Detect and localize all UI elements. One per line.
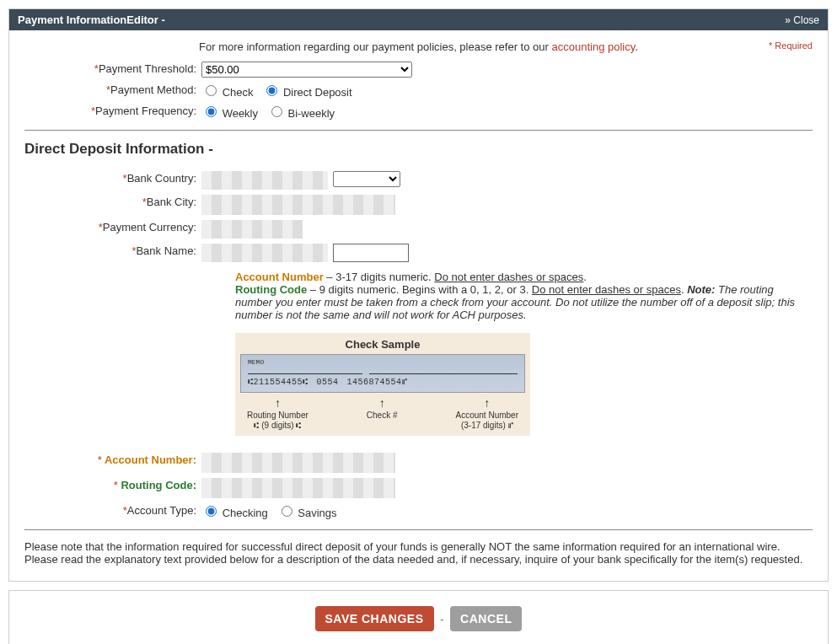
intro-text-after: . (635, 40, 638, 53)
separator-2 (24, 529, 813, 530)
routing-code-hint: Routing Code – 9 digits numeric. Begins … (235, 283, 796, 321)
editor-panel: Payment InformationEditor - Close For mo… (8, 8, 829, 582)
account-type-checking-option[interactable]: Checking (201, 507, 268, 519)
accounting-policy-link[interactable]: accounting policy (551, 40, 635, 53)
check-sample-body: MEMO ⑆211554455⑆ 0554 1456874554⑈ (240, 354, 525, 393)
button-panel: SAVE CHANGES - CANCEL (8, 590, 829, 644)
account-number-redacted (201, 453, 395, 473)
button-separator: - (440, 613, 443, 625)
row-payment-threshold: *Payment Threshold: $50.00 (24, 60, 813, 78)
account-type-savings-radio[interactable] (282, 506, 292, 517)
row-account-type: *Account Type: Checking Savings (24, 502, 813, 519)
frequency-weekly-option[interactable]: Weekly (201, 107, 258, 120)
check-sample: Check Sample MEMO ⑆211554455⑆ 0554 14568… (235, 333, 813, 436)
label-payment-method: *Payment Method: (24, 81, 201, 96)
close-button[interactable]: Close (785, 14, 819, 26)
label-payment-currency: *Payment Currency: (24, 218, 201, 233)
check-sample-title: Check Sample (240, 338, 525, 351)
bank-name-input[interactable] (333, 244, 409, 262)
separator (24, 130, 813, 131)
method-direct-deposit-option[interactable]: Direct Deposit (262, 86, 351, 99)
label-account-type: *Account Type: (24, 502, 201, 517)
save-button[interactable]: SAVE CHANGES (315, 606, 434, 631)
panel-title: Payment InformationEditor - (18, 13, 165, 26)
required-note: * Required (769, 40, 813, 51)
check-sample-labels: ↑Routing Number⑆ (9 digits) ⑆ ↑Check # ↑… (240, 396, 525, 431)
frequency-biweekly-radio[interactable] (271, 106, 282, 117)
row-routing-code: * Routing Code: (24, 476, 813, 498)
bank-country-redacted (201, 171, 328, 190)
account-type-checking-radio[interactable] (206, 506, 217, 517)
payment-threshold-select[interactable]: $50.00 (201, 62, 412, 78)
panel-body: For more information regarding our payme… (9, 30, 828, 581)
account-number-hint: Account Number – 3-17 digits numeric. Do… (235, 271, 796, 283)
row-payment-method: *Payment Method: Check Direct Deposit (24, 81, 813, 99)
bank-city-redacted (201, 195, 395, 215)
direct-deposit-section-title: Direct Deposit Information - (24, 141, 813, 158)
footer-note: Please note that the information require… (24, 540, 813, 566)
label-payment-threshold: *Payment Threshold: (24, 60, 201, 75)
row-bank-country: *Bank Country: (24, 169, 813, 190)
frequency-biweekly-option[interactable]: Bi-weekly (267, 107, 335, 120)
frequency-weekly-radio[interactable] (206, 106, 217, 117)
row-bank-city: *Bank City: (24, 193, 813, 215)
bank-country-select[interactable] (333, 171, 400, 187)
hints-block: Account Number – 3-17 digits numeric. Do… (235, 271, 796, 321)
routing-code-redacted (201, 478, 395, 498)
intro-row: For more information regarding our payme… (24, 40, 813, 53)
label-payment-frequency: *Payment Frequency: (24, 102, 201, 117)
row-bank-name: *Bank Name: (24, 242, 813, 262)
panel-header: Payment InformationEditor - Close (9, 9, 828, 30)
row-payment-frequency: *Payment Frequency: Weekly Bi-weekly (24, 102, 813, 120)
label-bank-name: *Bank Name: (24, 242, 201, 257)
row-payment-currency: *Payment Currency: (24, 218, 813, 239)
payment-currency-redacted (201, 220, 303, 239)
method-direct-deposit-radio[interactable] (266, 85, 277, 96)
method-check-option[interactable]: Check (201, 86, 253, 99)
account-type-savings-option[interactable]: Savings (277, 507, 337, 519)
label-routing-code: * Routing Code: (24, 476, 201, 491)
intro-text-before: For more information regarding our payme… (199, 40, 551, 53)
row-account-number: * Account Number: (24, 451, 813, 473)
bank-name-redacted (201, 244, 328, 262)
label-account-number: * Account Number: (24, 451, 201, 466)
label-bank-city: *Bank City: (24, 193, 201, 208)
method-check-radio[interactable] (206, 85, 217, 96)
label-bank-country: *Bank Country: (24, 169, 201, 185)
cancel-button[interactable]: CANCEL (450, 606, 522, 631)
